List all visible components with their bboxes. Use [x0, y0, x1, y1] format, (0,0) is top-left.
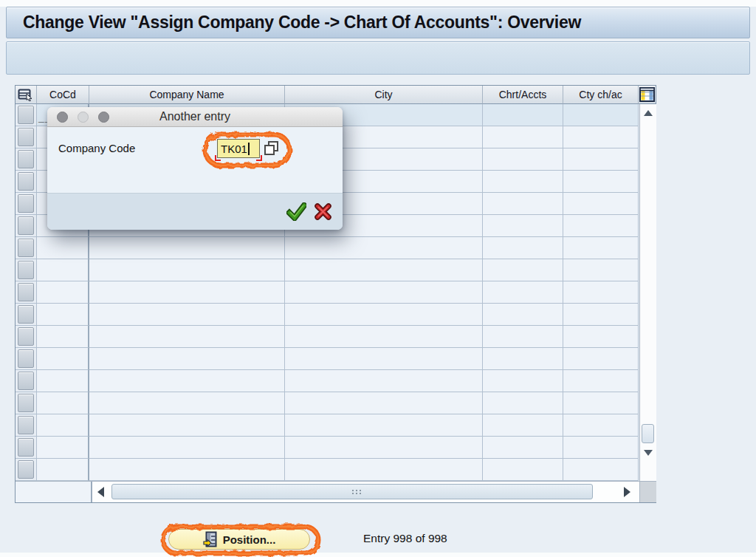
table-cell[interactable]	[483, 193, 563, 215]
table-cell[interactable]	[285, 281, 483, 304]
table-row[interactable]	[16, 237, 639, 259]
row-select-button[interactable]	[18, 372, 34, 390]
table-cell[interactable]	[37, 459, 89, 481]
table-cell[interactable]	[483, 459, 563, 481]
table-cell[interactable]	[285, 370, 483, 392]
table-cell[interactable]	[89, 392, 285, 414]
row-select-button[interactable]	[18, 216, 34, 235]
scroll-up-arrow-icon[interactable]	[644, 110, 653, 116]
table-cell[interactable]	[563, 392, 639, 414]
vertical-scroll-thumb[interactable]	[642, 424, 654, 443]
table-cell[interactable]	[89, 370, 285, 392]
table-cell[interactable]	[37, 237, 89, 259]
table-cell[interactable]	[563, 281, 639, 304]
row-select-button[interactable]	[18, 239, 34, 257]
table-cell[interactable]	[563, 104, 639, 126]
table-row[interactable]	[16, 437, 639, 459]
cancel-button[interactable]	[315, 203, 331, 220]
row-select-button[interactable]	[18, 394, 34, 412]
table-cell[interactable]	[483, 148, 563, 171]
table-cell[interactable]	[563, 326, 639, 348]
table-cell[interactable]	[483, 237, 563, 259]
table-cell[interactable]	[37, 304, 89, 326]
table-cell[interactable]	[89, 414, 285, 437]
table-row[interactable]	[16, 459, 639, 481]
table-cell[interactable]	[483, 348, 563, 370]
table-row[interactable]	[16, 392, 639, 414]
vertical-scrollbar[interactable]	[639, 104, 656, 481]
row-select-button[interactable]	[18, 172, 34, 191]
table-cell[interactable]	[37, 348, 89, 370]
table-cell[interactable]	[563, 348, 639, 370]
table-cell[interactable]	[563, 171, 639, 193]
table-row[interactable]	[16, 326, 639, 348]
table-cell[interactable]	[285, 437, 483, 459]
table-cell[interactable]	[483, 215, 563, 237]
table-cell[interactable]	[89, 259, 285, 281]
table-row[interactable]	[16, 259, 639, 281]
table-cell[interactable]	[563, 414, 639, 437]
table-cell[interactable]	[483, 281, 563, 304]
table-cell[interactable]	[483, 171, 563, 193]
select-all-header-cell[interactable]	[16, 86, 37, 104]
table-row[interactable]	[16, 414, 639, 437]
confirm-button[interactable]	[286, 202, 306, 221]
table-cell[interactable]	[483, 437, 563, 459]
row-select-button[interactable]	[18, 261, 34, 279]
table-cell[interactable]	[483, 104, 563, 126]
row-select-button[interactable]	[18, 327, 34, 346]
table-row[interactable]	[16, 370, 639, 392]
table-cell[interactable]	[483, 370, 563, 392]
column-header-company-name[interactable]: Company Name	[89, 86, 285, 104]
table-cell[interactable]	[37, 437, 89, 459]
table-cell[interactable]	[285, 392, 483, 414]
table-cell[interactable]	[563, 304, 639, 326]
row-select-button[interactable]	[18, 305, 34, 324]
table-cell[interactable]	[285, 237, 483, 259]
horizontal-scroll-thumb[interactable]	[111, 484, 593, 499]
copy-squares-icon[interactable]	[263, 140, 280, 157]
table-cell[interactable]	[89, 326, 285, 348]
column-header-cocd[interactable]: CoCd	[37, 86, 89, 104]
table-cell[interactable]	[89, 437, 285, 459]
table-cell[interactable]	[285, 326, 483, 348]
table-cell[interactable]	[285, 259, 483, 281]
table-cell[interactable]	[483, 259, 563, 281]
table-cell[interactable]	[285, 348, 483, 370]
table-cell[interactable]	[563, 215, 639, 237]
table-cell[interactable]	[563, 459, 639, 481]
table-cell[interactable]	[89, 459, 285, 481]
window-minimize-button[interactable]	[78, 112, 89, 123]
window-close-button[interactable]	[57, 112, 68, 123]
table-cell[interactable]	[37, 392, 89, 414]
row-select-button[interactable]	[18, 416, 34, 434]
table-cell[interactable]	[89, 348, 285, 370]
company-code-input[interactable]: TK01	[217, 139, 260, 158]
table-cell[interactable]	[37, 414, 89, 437]
table-cell[interactable]	[483, 126, 563, 148]
table-row[interactable]	[16, 304, 639, 326]
table-cell[interactable]	[483, 304, 563, 326]
scroll-down-arrow-icon[interactable]	[644, 450, 653, 456]
table-cell[interactable]	[37, 326, 89, 348]
column-config-cell[interactable]	[639, 86, 656, 104]
table-cell[interactable]	[483, 326, 563, 348]
table-row[interactable]	[16, 348, 639, 370]
table-cell[interactable]	[563, 126, 639, 148]
scroll-left-arrow-icon[interactable]	[97, 487, 104, 497]
row-select-button[interactable]	[18, 128, 34, 146]
dialog-title-bar[interactable]: Another entry	[47, 107, 343, 127]
row-select-button[interactable]	[18, 283, 34, 301]
column-header-chrt-accts[interactable]: Chrt/Accts	[483, 86, 563, 104]
table-cell[interactable]	[563, 148, 639, 171]
row-select-button[interactable]	[18, 106, 34, 124]
position-button[interactable]: Position...	[168, 529, 310, 550]
row-select-button[interactable]	[18, 194, 34, 213]
table-cell[interactable]	[483, 392, 563, 414]
table-cell[interactable]	[37, 259, 89, 281]
table-cell[interactable]	[563, 370, 639, 392]
table-cell[interactable]	[285, 459, 483, 481]
column-header-cty-ch-ac[interactable]: Cty ch/ac	[563, 86, 639, 104]
row-select-button[interactable]	[18, 460, 34, 479]
table-cell[interactable]	[37, 281, 89, 304]
